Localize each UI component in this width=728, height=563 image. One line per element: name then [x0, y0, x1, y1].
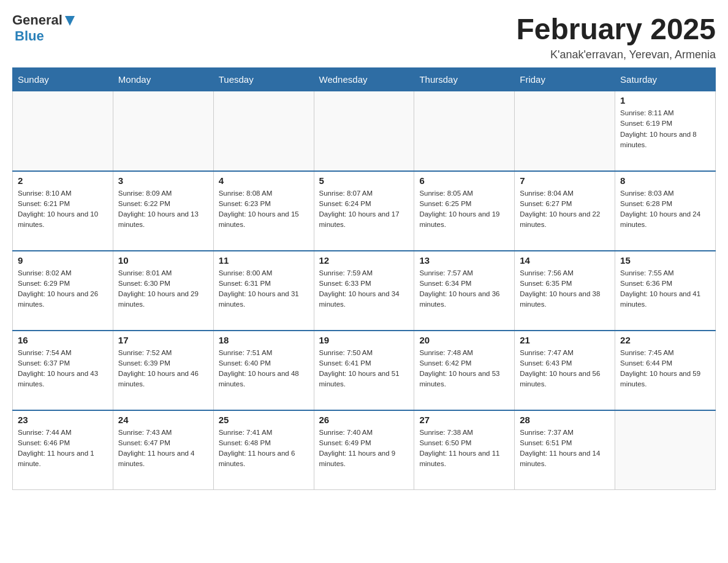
day-info: Sunrise: 7:44 AM Sunset: 6:46 PM Dayligh…	[18, 427, 108, 470]
page-header: General Blue February 2025 K'anak'errava…	[12, 12, 716, 61]
day-number: 6	[419, 175, 509, 186]
calendar-cell: 10Sunrise: 8:01 AM Sunset: 6:30 PM Dayli…	[113, 251, 213, 331]
day-number: 7	[520, 175, 610, 186]
day-info: Sunrise: 7:56 AM Sunset: 6:35 PM Dayligh…	[520, 268, 610, 310]
day-info: Sunrise: 8:04 AM Sunset: 6:27 PM Dayligh…	[520, 188, 610, 231]
day-number: 8	[620, 175, 710, 186]
day-info: Sunrise: 8:00 AM Sunset: 6:31 PM Dayligh…	[219, 268, 309, 310]
day-header-friday: Friday	[515, 68, 615, 91]
calendar-week-row: 2Sunrise: 8:10 AM Sunset: 6:21 PM Daylig…	[13, 171, 716, 251]
month-title: February 2025	[516, 12, 716, 46]
day-header-tuesday: Tuesday	[213, 68, 314, 91]
day-info: Sunrise: 7:45 AM Sunset: 6:44 PM Dayligh…	[620, 348, 710, 390]
day-number: 5	[319, 175, 409, 186]
day-info: Sunrise: 8:07 AM Sunset: 6:24 PM Dayligh…	[319, 188, 409, 231]
calendar-cell: 15Sunrise: 7:55 AM Sunset: 6:36 PM Dayli…	[615, 251, 716, 331]
calendar-cell: 16Sunrise: 7:54 AM Sunset: 6:37 PM Dayli…	[13, 331, 113, 410]
calendar-week-row: 9Sunrise: 8:02 AM Sunset: 6:29 PM Daylig…	[13, 251, 716, 331]
day-info: Sunrise: 7:57 AM Sunset: 6:34 PM Dayligh…	[419, 268, 509, 310]
day-number: 20	[419, 335, 509, 345]
calendar-cell: 22Sunrise: 7:45 AM Sunset: 6:44 PM Dayli…	[615, 331, 716, 410]
day-header-monday: Monday	[113, 68, 213, 91]
calendar-header-row: SundayMondayTuesdayWednesdayThursdayFrid…	[13, 68, 716, 91]
calendar-cell: 1Sunrise: 8:11 AM Sunset: 6:19 PM Daylig…	[615, 91, 716, 171]
calendar-cell: 5Sunrise: 8:07 AM Sunset: 6:24 PM Daylig…	[314, 171, 414, 251]
day-info: Sunrise: 7:40 AM Sunset: 6:49 PM Dayligh…	[319, 427, 409, 470]
day-info: Sunrise: 7:48 AM Sunset: 6:42 PM Dayligh…	[419, 348, 509, 390]
calendar-week-row: 16Sunrise: 7:54 AM Sunset: 6:37 PM Dayli…	[13, 331, 716, 410]
calendar-cell	[515, 91, 615, 171]
day-info: Sunrise: 8:01 AM Sunset: 6:30 PM Dayligh…	[118, 268, 208, 310]
day-info: Sunrise: 8:05 AM Sunset: 6:25 PM Dayligh…	[419, 188, 509, 231]
day-info: Sunrise: 8:09 AM Sunset: 6:22 PM Dayligh…	[118, 188, 208, 231]
calendar-cell: 18Sunrise: 7:51 AM Sunset: 6:40 PM Dayli…	[213, 331, 314, 410]
day-number: 25	[219, 415, 309, 425]
calendar-cell: 8Sunrise: 8:03 AM Sunset: 6:28 PM Daylig…	[615, 171, 716, 251]
day-info: Sunrise: 7:50 AM Sunset: 6:41 PM Dayligh…	[319, 348, 409, 390]
day-number: 26	[319, 415, 409, 425]
day-number: 17	[118, 335, 208, 345]
day-info: Sunrise: 8:11 AM Sunset: 6:19 PM Dayligh…	[620, 108, 710, 150]
day-number: 16	[18, 335, 108, 345]
calendar-cell	[213, 91, 314, 171]
calendar-cell: 25Sunrise: 7:41 AM Sunset: 6:48 PM Dayli…	[213, 410, 314, 490]
calendar-week-row: 1Sunrise: 8:11 AM Sunset: 6:19 PM Daylig…	[13, 91, 716, 171]
calendar-cell	[13, 91, 113, 171]
calendar-cell	[414, 91, 515, 171]
day-number: 15	[620, 255, 710, 266]
day-number: 18	[219, 335, 309, 345]
day-number: 10	[118, 255, 208, 266]
day-number: 24	[118, 415, 208, 425]
logo-blue-text: Blue	[15, 28, 44, 44]
day-info: Sunrise: 7:55 AM Sunset: 6:36 PM Dayligh…	[620, 268, 710, 310]
calendar-cell: 14Sunrise: 7:56 AM Sunset: 6:35 PM Dayli…	[515, 251, 615, 331]
day-number: 12	[319, 255, 409, 266]
day-info: Sunrise: 7:52 AM Sunset: 6:39 PM Dayligh…	[118, 348, 208, 390]
day-info: Sunrise: 7:54 AM Sunset: 6:37 PM Dayligh…	[18, 348, 108, 390]
calendar-cell	[113, 91, 213, 171]
day-info: Sunrise: 7:37 AM Sunset: 6:51 PM Dayligh…	[520, 427, 610, 470]
calendar-cell: 17Sunrise: 7:52 AM Sunset: 6:39 PM Dayli…	[113, 331, 213, 410]
day-header-saturday: Saturday	[615, 68, 716, 91]
calendar-cell: 21Sunrise: 7:47 AM Sunset: 6:43 PM Dayli…	[515, 331, 615, 410]
day-header-sunday: Sunday	[13, 68, 113, 91]
calendar-cell: 27Sunrise: 7:38 AM Sunset: 6:50 PM Dayli…	[414, 410, 515, 490]
logo: General Blue	[12, 12, 76, 44]
day-number: 13	[419, 255, 509, 266]
title-area: February 2025 K'anak'erravan, Yerevan, A…	[516, 12, 716, 61]
calendar-cell	[314, 91, 414, 171]
calendar-cell: 9Sunrise: 8:02 AM Sunset: 6:29 PM Daylig…	[13, 251, 113, 331]
calendar-cell: 26Sunrise: 7:40 AM Sunset: 6:49 PM Dayli…	[314, 410, 414, 490]
calendar-cell: 20Sunrise: 7:48 AM Sunset: 6:42 PM Dayli…	[414, 331, 515, 410]
day-number: 28	[520, 415, 610, 425]
calendar-cell: 7Sunrise: 8:04 AM Sunset: 6:27 PM Daylig…	[515, 171, 615, 251]
calendar-cell: 12Sunrise: 7:59 AM Sunset: 6:33 PM Dayli…	[314, 251, 414, 331]
calendar-cell: 19Sunrise: 7:50 AM Sunset: 6:41 PM Dayli…	[314, 331, 414, 410]
day-number: 2	[18, 175, 108, 186]
day-info: Sunrise: 7:59 AM Sunset: 6:33 PM Dayligh…	[319, 268, 409, 310]
calendar-cell: 13Sunrise: 7:57 AM Sunset: 6:34 PM Dayli…	[414, 251, 515, 331]
day-number: 22	[620, 335, 710, 345]
day-number: 11	[219, 255, 309, 266]
logo-general-text: General	[12, 12, 63, 28]
day-number: 23	[18, 415, 108, 425]
day-number: 9	[18, 255, 108, 266]
day-header-wednesday: Wednesday	[314, 68, 414, 91]
day-number: 14	[520, 255, 610, 266]
day-number: 21	[520, 335, 610, 345]
svg-marker-0	[65, 16, 75, 26]
calendar-week-row: 23Sunrise: 7:44 AM Sunset: 6:46 PM Dayli…	[13, 410, 716, 490]
day-info: Sunrise: 8:02 AM Sunset: 6:29 PM Dayligh…	[18, 268, 108, 310]
day-info: Sunrise: 7:51 AM Sunset: 6:40 PM Dayligh…	[219, 348, 309, 390]
day-number: 3	[118, 175, 208, 186]
day-info: Sunrise: 8:08 AM Sunset: 6:23 PM Dayligh…	[219, 188, 309, 231]
calendar-cell	[615, 410, 716, 490]
calendar-cell: 23Sunrise: 7:44 AM Sunset: 6:46 PM Dayli…	[13, 410, 113, 490]
day-number: 4	[219, 175, 309, 186]
day-number: 27	[419, 415, 509, 425]
calendar-cell: 2Sunrise: 8:10 AM Sunset: 6:21 PM Daylig…	[13, 171, 113, 251]
day-info: Sunrise: 8:03 AM Sunset: 6:28 PM Dayligh…	[620, 188, 710, 231]
day-info: Sunrise: 8:10 AM Sunset: 6:21 PM Dayligh…	[18, 188, 108, 231]
calendar-cell: 3Sunrise: 8:09 AM Sunset: 6:22 PM Daylig…	[113, 171, 213, 251]
calendar-cell: 11Sunrise: 8:00 AM Sunset: 6:31 PM Dayli…	[213, 251, 314, 331]
